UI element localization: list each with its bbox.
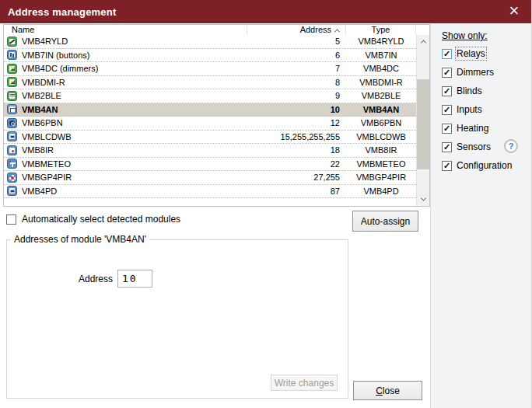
module-address: 12	[247, 118, 346, 127]
filter-checkbox[interactable]: ✓	[442, 124, 452, 134]
module-name-cell: VMB7IN (buttons)	[4, 50, 247, 60]
address-management-dialog: Address management × Name Address Type V…	[0, 0, 532, 408]
column-header-address[interactable]: Address	[247, 25, 346, 35]
module-name: VMB7IN (buttons)	[22, 51, 89, 60]
check-mark-icon: ✓	[443, 68, 450, 76]
filter-checkbox-row[interactable]: ✓ Configuration	[442, 159, 512, 172]
module-name: VMB4RYLD	[22, 37, 68, 46]
module-address: 8	[247, 78, 346, 87]
scroll-up-icon[interactable]	[417, 35, 429, 48]
scroll-down-icon[interactable]	[417, 193, 429, 206]
auto-select-checkbox-row[interactable]: Automatically select detected modules	[6, 214, 180, 225]
module-name-cell: VMBLCDWB	[4, 131, 247, 141]
address-input[interactable]	[117, 270, 152, 288]
module-address: 5	[247, 37, 346, 46]
module-type: VMB2BLE	[346, 91, 416, 100]
filter-checkbox-row[interactable]: ✓ Sensors	[442, 141, 512, 153]
check-mark-icon: ✓	[443, 142, 450, 151]
table-row[interactable]: VMBGP4PIR 27,255 VMBGP4PIR	[4, 171, 416, 185]
table-row[interactable]: VMB6PBN 12 VMB6PBN	[4, 117, 416, 131]
module-address: 27,255	[247, 173, 346, 182]
column-header-name[interactable]: Name	[4, 25, 247, 35]
auto-select-checkbox[interactable]	[6, 214, 16, 225]
module-address: 10	[247, 105, 346, 114]
module-type: VMB4AN	[346, 105, 416, 114]
filter-checkbox[interactable]: ✓	[442, 105, 452, 115]
module-icon	[7, 186, 17, 196]
close-button[interactable]: Close	[353, 381, 422, 400]
filter-checkbox-row[interactable]: ✓ Inputs	[442, 103, 512, 116]
table-row[interactable]: VMBDMI-R 8 VMBDMI-R	[4, 76, 416, 90]
module-name: VMB4AN	[22, 105, 58, 114]
filter-checkbox[interactable]: ✓	[442, 68, 452, 78]
table-row[interactable]: VMB7IN (buttons) 6 VMB7IN	[4, 49, 416, 63]
auto-assign-button[interactable]: Auto-assign	[352, 211, 418, 232]
module-address: 6	[247, 51, 346, 60]
filter-checkbox[interactable]: ✓	[442, 86, 452, 96]
filter-checkbox-row[interactable]: ✓ Relays	[442, 47, 512, 60]
table-header: Name Address Type	[4, 25, 429, 35]
module-icon	[7, 37, 17, 47]
filter-checkbox-row[interactable]: ✓ Blinds	[442, 85, 512, 97]
filter-list: ✓ Relays ✓ Dimmers ✓ Blinds ✓ Inputs ✓ H…	[442, 47, 512, 172]
check-mark-icon: ✓	[443, 86, 450, 95]
table-row[interactable]: VMB4RYLD 5 VMB4RYLD	[4, 35, 416, 49]
module-address: 22	[247, 159, 346, 169]
module-name: VMB4PD	[22, 187, 57, 196]
help-icon[interactable]: ?	[504, 139, 518, 153]
module-address: 15,255,255,255	[247, 132, 346, 141]
sort-ascending-icon	[334, 29, 340, 34]
filter-label: Sensors	[457, 141, 491, 152]
icon-dot	[11, 67, 12, 68]
module-name-cell: VMB4DC (dimmers)	[4, 64, 247, 74]
write-changes-button: Write changes	[271, 375, 338, 391]
module-name-cell: VMBGP4PIR	[4, 173, 247, 183]
table-row[interactable]: VMB2BLE 9 VMB2BLE	[4, 89, 416, 103]
module-type: VMBMETEO	[346, 159, 416, 169]
module-name: VMB6PBN	[22, 118, 63, 127]
icon-dot	[11, 81, 12, 82]
module-type: VMB4RYLD	[346, 37, 416, 46]
module-type: VMB6PBN	[346, 118, 416, 127]
module-icon	[7, 159, 17, 169]
module-name: VMBGP4PIR	[22, 173, 72, 182]
table-row[interactable]: VMB4DC (dimmers) 7 VMB4DC	[4, 62, 416, 76]
filter-label: Blinds	[457, 85, 482, 96]
module-icon	[7, 77, 17, 87]
module-name: VMBLCDWB	[22, 132, 72, 141]
module-icon	[7, 118, 17, 128]
filter-checkbox[interactable]: ✓	[442, 161, 452, 171]
filter-label: Dimmers	[457, 67, 494, 78]
filter-checkbox-row[interactable]: ✓ Heating	[442, 122, 512, 134]
filter-checkbox[interactable]: ✓	[442, 142, 452, 152]
column-header-address-label: Address	[300, 25, 331, 34]
table-row[interactable]: VMB4PD 87 VMB4PD	[4, 185, 416, 199]
check-mark-icon: ✓	[443, 49, 450, 58]
module-table: Name Address Type VMB4RYLD 5 VMB4RYLD VM…	[3, 24, 430, 207]
filter-checkbox-row[interactable]: ✓ Dimmers	[442, 66, 512, 78]
table-row[interactable]: VMBMETEO 22 VMBMETEO	[4, 158, 416, 172]
module-type: VMB7IN	[346, 51, 416, 60]
address-label: Address	[51, 274, 113, 284]
vertical-scrollbar[interactable]	[416, 35, 429, 206]
module-type: VMBLCDWB	[346, 132, 416, 141]
filter-panel: Show only: ✓ Relays ✓ Dimmers ✓ Blinds ✓…	[430, 23, 532, 408]
module-type: VMB4PD	[346, 187, 416, 196]
close-icon[interactable]: ×	[502, 0, 526, 23]
module-type: VMBDMI-R	[346, 78, 416, 87]
scrollbar-thumb[interactable]	[417, 79, 429, 169]
groupbox-title: Addresses of module 'VMB4AN'	[11, 234, 149, 245]
module-name-cell: VMB8IR	[4, 145, 247, 155]
module-address: 87	[247, 187, 346, 196]
module-name: VMBDMI-R	[22, 78, 65, 87]
filter-label: Inputs	[457, 104, 482, 115]
column-header-type[interactable]: Type	[346, 25, 416, 35]
check-mark-icon: ✓	[443, 161, 450, 169]
table-row[interactable]: VMBLCDWB 15,255,255,255 VMBLCDWB	[4, 131, 416, 145]
table-row[interactable]: VMB4AN 10 VMB4AN	[4, 103, 416, 117]
filter-checkbox[interactable]: ✓	[442, 49, 452, 59]
module-name-cell: VMB2BLE	[4, 91, 247, 101]
module-name: VMB8IR	[22, 145, 54, 155]
table-row[interactable]: VMB8IR 18 VMB8IR	[4, 144, 416, 158]
icon-dot	[9, 161, 11, 162]
